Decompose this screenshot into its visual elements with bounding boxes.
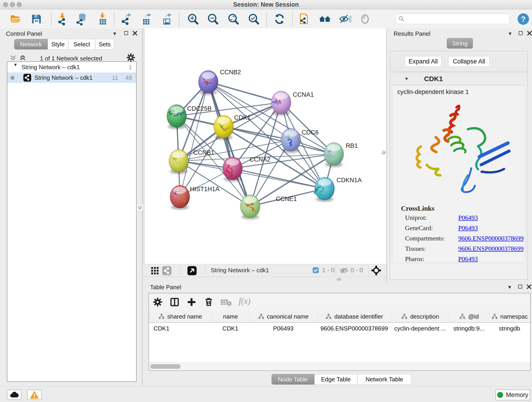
tree-expand-icon[interactable]: ▼ bbox=[13, 62, 18, 67]
search-input[interactable] bbox=[404, 15, 504, 22]
table-panel-float-icon[interactable] bbox=[518, 285, 522, 288]
zoom-selected-icon[interactable] bbox=[247, 13, 260, 26]
zoom-fit-icon[interactable] bbox=[227, 13, 240, 26]
cloud-button[interactable] bbox=[7, 390, 22, 400]
open-session-icon[interactable] bbox=[9, 13, 22, 26]
crosslink-link[interactable]: 9606.ENSP00000378699 bbox=[458, 245, 524, 252]
tab-node-table[interactable]: Node Table bbox=[272, 374, 314, 385]
left-splitter-handle[interactable] bbox=[137, 205, 143, 210]
network-edge[interactable] bbox=[250, 102, 281, 206]
network-canvas[interactable]: CCNB2CCNA1CDC25BCDK1CDC6RB1CCNB1CCNA2CDK… bbox=[143, 28, 386, 264]
gene-collapse-icon[interactable]: ▼ bbox=[404, 76, 409, 81]
column-header-description[interactable]: description bbox=[391, 311, 449, 323]
crosslink-link[interactable]: P06493 bbox=[458, 224, 478, 232]
tab-sets[interactable]: Sets bbox=[95, 39, 114, 50]
network-document-icon[interactable] bbox=[298, 13, 311, 26]
network-node-hist1h1a[interactable]: HIST1H1A bbox=[170, 185, 220, 210]
birdseye-navigator-icon[interactable] bbox=[187, 266, 196, 275]
column-header-canonical-name[interactable]: canonical name bbox=[249, 311, 317, 323]
control-panel-float-icon[interactable] bbox=[124, 31, 128, 35]
import-table-icon[interactable] bbox=[96, 13, 109, 26]
results-panel-close-icon[interactable] bbox=[527, 31, 532, 36]
selected-checkbox[interactable] bbox=[313, 267, 319, 273]
network-node-cdc25b[interactable]: CDC25B bbox=[167, 104, 212, 129]
table-panel-close-icon[interactable] bbox=[526, 284, 532, 289]
expand-all-icon[interactable] bbox=[19, 55, 27, 61]
network-tree-root-row[interactable]: ▼ String Network – cdk1 1 bbox=[7, 62, 136, 72]
crosslink-link[interactable]: P06493 bbox=[458, 255, 478, 263]
network-node-rb1[interactable]: RB1 bbox=[324, 142, 358, 167]
table-gear-icon[interactable] bbox=[153, 298, 162, 307]
fit-selected-crosshair-icon[interactable] bbox=[371, 265, 381, 275]
results-panel-collapse-icon[interactable]: ▼ bbox=[508, 31, 513, 36]
table-cell[interactable]: cyclin-dependent ... bbox=[391, 323, 449, 334]
collapse-all-icon[interactable] bbox=[9, 55, 17, 61]
add-column-icon[interactable] bbox=[187, 298, 196, 307]
column-header-database-identifier[interactable]: database identifier bbox=[317, 311, 391, 323]
tab-style[interactable]: Style bbox=[48, 39, 68, 50]
export-table-icon[interactable] bbox=[140, 13, 153, 26]
function-builder-icon[interactable]: f(x) bbox=[239, 296, 250, 306]
hide-panel-icon[interactable] bbox=[338, 13, 351, 26]
table-cell[interactable]: P06493 bbox=[249, 323, 317, 334]
results-panel-float-icon[interactable] bbox=[519, 31, 523, 35]
table-cell[interactable]: stringdb bbox=[489, 323, 530, 334]
table-cell[interactable]: 9606.ENSP00000378699 bbox=[317, 323, 391, 334]
hscrollbar-thumb[interactable] bbox=[150, 364, 181, 369]
delete-table-icon[interactable] bbox=[220, 299, 232, 306]
warnings-button[interactable] bbox=[27, 390, 42, 400]
network-tree-item-row[interactable]: String Network – cdk1 11 48 bbox=[7, 72, 136, 83]
crosslink-link[interactable]: P06493 bbox=[458, 214, 478, 221]
delete-column-icon[interactable] bbox=[204, 297, 214, 307]
tab-select[interactable]: Select bbox=[68, 39, 95, 50]
right-splitter-handle[interactable] bbox=[381, 150, 386, 155]
control-panel-collapse-icon[interactable]: ▼ bbox=[112, 31, 117, 36]
help-icon[interactable]: ? bbox=[517, 13, 529, 25]
show-panel-icon[interactable] bbox=[359, 13, 371, 26]
divider bbox=[179, 266, 180, 275]
control-panel-close-icon[interactable] bbox=[133, 31, 138, 36]
network-node-ccne1[interactable]: CCNE1 bbox=[240, 195, 297, 219]
network-node-cdk1[interactable]: CDK1 bbox=[214, 114, 251, 140]
gene-section-header[interactable]: ▼ CDK1 bbox=[391, 73, 527, 85]
zoom-in-icon[interactable] bbox=[187, 13, 200, 26]
network-node-ccnb2[interactable]: CCNB2 bbox=[198, 69, 241, 95]
tab-edge-table[interactable]: Edge Table bbox=[314, 374, 357, 385]
home-networks-icon[interactable] bbox=[318, 13, 331, 26]
crosslink-link[interactable]: 9606.ENSP00000378699 bbox=[458, 235, 524, 242]
tab-network[interactable]: Network bbox=[14, 39, 48, 50]
column-header--id[interactable]: @id bbox=[449, 311, 489, 323]
network-share-view-icon[interactable] bbox=[162, 266, 171, 275]
tab-string[interactable]: String bbox=[447, 38, 473, 49]
refresh-icon[interactable] bbox=[273, 13, 286, 26]
network-node-ccna2[interactable]: CCNA2 bbox=[223, 156, 271, 182]
memory-button[interactable]: Memory bbox=[495, 389, 530, 400]
search-field[interactable] bbox=[395, 13, 510, 24]
tab-network-table[interactable]: Network Table bbox=[357, 374, 411, 385]
table-panel-collapse-icon[interactable]: ▼ bbox=[507, 285, 512, 289]
import-network-from-database-icon[interactable] bbox=[75, 13, 88, 26]
zoom-out-icon[interactable] bbox=[207, 13, 220, 26]
network-node-cdkn1a[interactable]: CDKN1A bbox=[314, 177, 362, 202]
grid-view-icon[interactable] bbox=[151, 267, 159, 275]
export-network-icon[interactable] bbox=[120, 13, 133, 26]
network-edge[interactable] bbox=[233, 168, 325, 189]
show-columns-icon[interactable] bbox=[170, 298, 179, 307]
column-header-namespac[interactable]: namespac bbox=[489, 311, 530, 323]
table-cell[interactable]: stringdb:9... bbox=[449, 323, 489, 334]
table-cell[interactable]: CDK1 bbox=[211, 323, 249, 334]
import-network-icon[interactable] bbox=[56, 13, 69, 26]
table-hscrollbar[interactable] bbox=[149, 362, 530, 370]
network-node-ccnb1[interactable]: CCNB1 bbox=[169, 149, 215, 174]
horizontal-splitter-handle[interactable] bbox=[337, 278, 341, 281]
network-edge[interactable] bbox=[180, 82, 208, 197]
network-node-ccna1[interactable]: CCNA1 bbox=[271, 91, 314, 115]
table-cell[interactable]: CDK1 bbox=[149, 323, 211, 334]
column-header-shared-name[interactable]: shared name bbox=[149, 311, 211, 323]
save-session-icon[interactable] bbox=[30, 13, 43, 26]
export-image-icon[interactable] bbox=[161, 13, 173, 26]
gear-icon[interactable] bbox=[127, 53, 135, 62]
column-header-name[interactable]: name bbox=[211, 311, 249, 323]
expand-all-button[interactable]: Expand All bbox=[405, 56, 442, 67]
collapse-all-button[interactable]: Collapse All bbox=[448, 56, 490, 67]
